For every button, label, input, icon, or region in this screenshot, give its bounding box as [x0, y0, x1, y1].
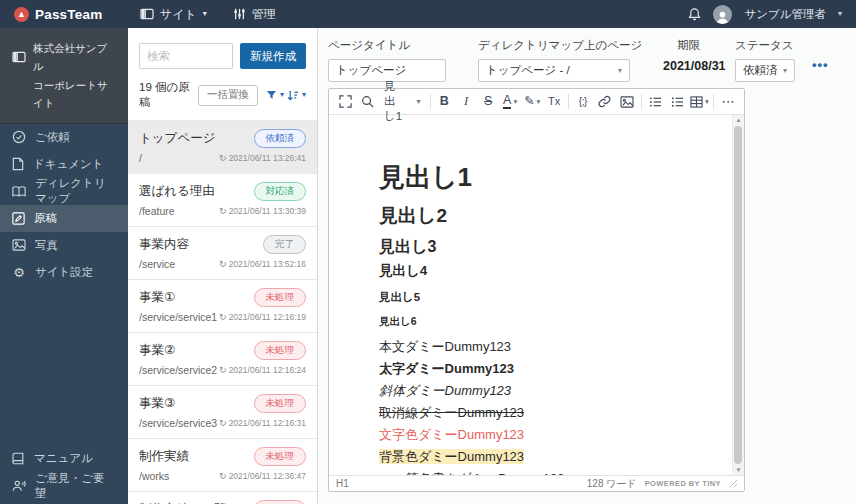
notification-bell-icon[interactable]: [688, 7, 701, 21]
nav-manage-menu[interactable]: 管理: [233, 6, 276, 23]
resize-grip[interactable]: [729, 480, 737, 488]
heading-3: 見出し3: [379, 238, 732, 256]
heading-4: 見出し4: [379, 263, 732, 279]
scroll-down-arrow-icon[interactable]: ▼: [733, 465, 744, 475]
directory-page-select[interactable]: トップページ - / ▾: [478, 59, 630, 82]
draft-path: /works: [139, 470, 219, 482]
link-icon[interactable]: [594, 91, 616, 113]
nav-site-menu[interactable]: サイト ▾: [140, 6, 207, 23]
sidebar-site-selector[interactable]: 株式会社サンプル コーポレートサイト: [0, 28, 128, 124]
strikethrough-icon[interactable]: S: [477, 91, 499, 113]
nav-site-label: サイト: [160, 6, 197, 23]
check-circle-icon: [12, 130, 26, 144]
app-root: ▲ PassTeam サイト ▾ 管理: [0, 0, 856, 504]
sidebar-nav: ご依頼 ドキュメント ディレクトリマップ 原稿 写真 ⚙ サイト設定: [0, 124, 128, 286]
sidebar-item-documents[interactable]: ドキュメント: [0, 151, 128, 178]
sidebar-item-label: ディレクトリマップ: [35, 176, 116, 206]
draft-list-panel: 新規作成 19 個の原稿 一括置換 ▾ ▾ トップページ依頼済 /↻2021/0…: [128, 28, 318, 504]
draft-list-item[interactable]: 制作実績未処理 /works↻2021/06/11 12:36:47: [128, 438, 317, 491]
status-badge: 未処理: [254, 447, 307, 466]
updated-timestamp: ↻2021/06/11 13:26:41: [219, 153, 306, 163]
bullet-list-icon[interactable]: [644, 91, 666, 113]
refresh-icon: ↻: [219, 313, 227, 322]
table-icon[interactable]: ▾: [688, 91, 710, 113]
sidebar-item-feedback[interactable]: ご意見・ご要望: [0, 472, 128, 499]
create-new-button[interactable]: 新規作成: [240, 43, 306, 69]
caret-down-icon[interactable]: ▾: [838, 10, 842, 18]
status-badge: 未処理: [254, 500, 307, 504]
status-select[interactable]: 依頼済 ▾: [735, 59, 795, 82]
italic-icon[interactable]: I: [455, 91, 477, 113]
sidebar-item-site-settings[interactable]: ⚙ サイト設定: [0, 259, 128, 286]
draft-title: 事業内容: [139, 236, 263, 253]
deadline-label: 期限: [677, 38, 727, 53]
draft-title: 制作実績: [139, 448, 254, 465]
element-path[interactable]: H1: [336, 478, 349, 489]
person-voice-icon: [12, 479, 26, 492]
clear-formatting-icon[interactable]: Tx: [543, 91, 565, 113]
scroll-up-arrow-icon[interactable]: ▲: [733, 115, 744, 125]
paragraph-highlight: 背景色ダミーDummy123: [379, 449, 732, 464]
deadline-field: 期限 2021/08/31: [663, 38, 727, 73]
editor-toolbar: 見出し1 ▾ B I S A▾ ✎▾ Tx {;} ▾ ⋯: [329, 89, 744, 115]
fullscreen-icon[interactable]: [334, 91, 356, 113]
editor-document[interactable]: 見出し1 見出し2 見出し3 見出し4 見出し5 見出し6 本文ダミーDummy…: [329, 115, 732, 475]
draft-path: /service/service1: [139, 311, 219, 323]
site-layout-icon: [12, 51, 26, 63]
draft-list-item[interactable]: 事業内容完了 /service↻2021/06/11 13:52:16: [128, 226, 317, 279]
caret-down-icon[interactable]: ▾: [280, 91, 284, 99]
sidebar-item-requests[interactable]: ご依頼: [0, 124, 128, 151]
filter-funnel-icon[interactable]: [266, 90, 277, 101]
draft-list-item[interactable]: トップページ依頼済 /↻2021/06/11 13:26:41: [128, 120, 317, 173]
draft-title: 選ばれる理由: [139, 183, 254, 200]
form-more-actions-button[interactable]: •••: [812, 58, 829, 71]
caret-down-icon[interactable]: ▾: [302, 91, 306, 99]
draft-title: 事業①: [139, 289, 254, 306]
sort-icon[interactable]: [287, 90, 299, 101]
caret-down-icon: ▾: [618, 67, 622, 75]
draft-path: /service/service3: [139, 417, 219, 429]
gear-icon: ⚙: [12, 266, 26, 279]
editor-content-area: 見出し1 見出し2 見出し3 見出し4 見出し5 見出し6 本文ダミーDummy…: [329, 115, 744, 475]
word-count[interactable]: 128 ワード: [587, 477, 637, 491]
caret-down-icon: ▾: [203, 10, 207, 18]
draft-list-item[interactable]: 事業②未処理 /service/service2↻2021/06/11 12:1…: [128, 332, 317, 385]
toolbar-divider: [430, 94, 431, 109]
updated-timestamp: ↻2021/06/11 12:16:31: [219, 418, 306, 428]
bulk-replace-button[interactable]: 一括置換: [198, 85, 258, 106]
document-icon: [12, 157, 24, 171]
draft-list: トップページ依頼済 /↻2021/06/11 13:26:41 選ばれる理由対応…: [128, 120, 317, 504]
toolbar-divider: [568, 94, 569, 109]
code-sample-icon[interactable]: {;}: [572, 91, 594, 113]
scrollbar-thumb[interactable]: [734, 126, 742, 464]
sidebar-item-photos[interactable]: 写真: [0, 232, 128, 259]
draft-list-item[interactable]: 事業③未処理 /service/service3↻2021/06/11 12:1…: [128, 385, 317, 438]
search-input[interactable]: [139, 43, 233, 69]
user-name[interactable]: サンプル管理者: [744, 7, 826, 22]
sidebar-item-label: ご意見・ご要望: [35, 471, 116, 501]
toolbar-divider: [641, 94, 642, 109]
bold-icon[interactable]: B: [433, 91, 455, 113]
user-avatar[interactable]: [713, 5, 732, 24]
draft-list-item[interactable]: 事業①未処理 /service/service1↻2021/06/11 12:1…: [128, 279, 317, 332]
sidebar-item-drafts[interactable]: 原稿: [0, 205, 128, 232]
numbered-list-icon[interactable]: [666, 91, 688, 113]
toolbar-more-icon[interactable]: ⋯: [717, 91, 739, 113]
updated-timestamp: ↻2021/06/11 12:16:24: [219, 365, 306, 375]
sidebar-item-directory-map[interactable]: ディレクトリマップ: [0, 178, 128, 205]
brand-name: PassTeam: [35, 7, 102, 22]
draft-count: 19 個の原稿: [139, 80, 198, 110]
text-color-icon[interactable]: A▾: [499, 91, 521, 113]
editor-scrollbar[interactable]: ▲ ▼: [732, 115, 744, 475]
draft-list-item[interactable]: 選ばれる理由対応済 /feature↻2021/06/11 13:30:39: [128, 173, 317, 226]
status-badge: 未処理: [254, 288, 307, 307]
search-icon[interactable]: [356, 91, 378, 113]
sidebar-item-manual[interactable]: マニュアル: [0, 445, 128, 472]
insert-image-icon[interactable]: [616, 91, 638, 113]
brand[interactable]: ▲ PassTeam: [14, 7, 126, 22]
draft-list-item[interactable]: 制作実績（一覧）未処理 /works/category↻2021/06/11 1…: [128, 491, 317, 504]
bullet-list-item: 箇条書きダミーDummy123: [406, 471, 732, 475]
heading-2: 見出し2: [379, 205, 732, 227]
background-color-icon[interactable]: ✎▾: [521, 91, 543, 113]
draft-title: 事業②: [139, 342, 254, 359]
